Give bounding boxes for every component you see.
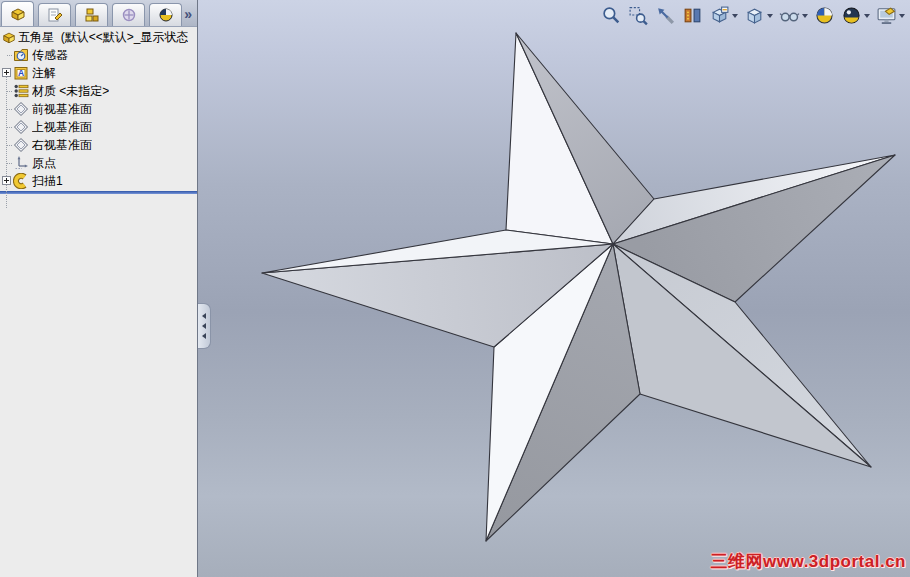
tree-item-origin[interactable]: 原点 xyxy=(0,154,197,172)
tab-dimxpert-manager[interactable] xyxy=(112,3,145,26)
tree-item-top-plane[interactable]: 上视基准面 xyxy=(0,118,197,136)
tree-item-part-root[interactable]: 五角星 (默认<<默认>_显示状态 xyxy=(0,28,197,46)
watermark: 三维网www.3dportal.cn xyxy=(711,550,906,573)
zoom-area-button[interactable] xyxy=(626,3,651,28)
heads-up-view-toolbar xyxy=(599,3,907,28)
zoom-area-icon xyxy=(628,5,649,26)
feature-manager-panel: » 五角星 (默认<<默认>_显示状态 传感器 xyxy=(0,0,198,577)
display-style-button[interactable] xyxy=(742,3,775,28)
feature-manager-icon xyxy=(10,6,26,22)
collapse-arrow-icon xyxy=(202,323,206,329)
display-style-dropdown-caret[interactable] xyxy=(767,14,773,18)
tree-item-material[interactable]: 材质 <未指定> xyxy=(0,82,197,100)
panel-tab-bar: » xyxy=(0,0,197,27)
view-orientation-button[interactable] xyxy=(707,3,740,28)
plane-icon xyxy=(13,137,29,153)
expand-plus-icon[interactable] xyxy=(2,68,11,77)
display-manager-icon xyxy=(158,7,174,23)
expand-plus-icon[interactable] xyxy=(2,176,11,185)
edit-appearance-button[interactable] xyxy=(812,3,837,28)
section-view-button[interactable] xyxy=(680,3,705,28)
dimxpert-manager-icon xyxy=(121,7,137,23)
part-root-label: 五角星 (默认<<默认>_显示状态 xyxy=(18,29,188,46)
plane-icon xyxy=(13,119,29,135)
svg-text:A: A xyxy=(18,68,24,78)
tree-item-annotations[interactable]: A 注解 xyxy=(0,64,197,82)
hide-show-items-dropdown-caret[interactable] xyxy=(802,14,808,18)
property-manager-icon xyxy=(47,7,63,23)
part-icon xyxy=(2,30,16,45)
tab-overflow-chevron[interactable]: » xyxy=(184,6,192,22)
view-orientation-icon xyxy=(709,5,730,26)
tree-item-front-plane[interactable]: 前视基准面 xyxy=(0,100,197,118)
apply-scene-button[interactable] xyxy=(839,3,872,28)
previous-view-button[interactable] xyxy=(653,3,678,28)
tree-item-sweep1[interactable]: 扫描1 xyxy=(0,172,197,190)
configuration-manager-icon xyxy=(84,7,100,23)
tree-item-right-plane[interactable]: 右视基准面 xyxy=(0,136,197,154)
annotations-icon: A xyxy=(13,65,29,81)
view-settings-dropdown-caret[interactable] xyxy=(899,14,905,18)
zoom-fit-button[interactable] xyxy=(599,3,624,28)
tab-configuration-manager[interactable] xyxy=(75,3,108,26)
plane-icon xyxy=(13,101,29,117)
view-settings-button[interactable] xyxy=(874,3,907,28)
sweep-icon xyxy=(13,173,29,189)
tree-item-sensors[interactable]: 传感器 xyxy=(0,46,197,64)
tab-display-manager[interactable] xyxy=(149,3,182,26)
hide-show-items-icon xyxy=(779,5,800,26)
origin-icon xyxy=(13,155,29,171)
tab-feature-manager[interactable] xyxy=(1,1,34,26)
previous-view-icon xyxy=(655,5,676,26)
hide-show-items-button[interactable] xyxy=(777,3,810,28)
panel-collapse-handle[interactable] xyxy=(198,303,211,349)
solidworks-window: { "feature_tree": { "overflow_label": "»… xyxy=(0,0,910,577)
collapse-arrow-icon xyxy=(202,333,206,339)
edit-appearance-icon xyxy=(814,5,835,26)
collapse-arrow-icon xyxy=(202,313,206,319)
sensors-icon xyxy=(13,47,29,63)
feature-tree: 五角星 (默认<<默认>_显示状态 传感器 A 注解 xyxy=(0,28,197,194)
apply-scene-dropdown-caret[interactable] xyxy=(864,14,870,18)
section-view-icon xyxy=(682,5,703,26)
view-orientation-dropdown-caret[interactable] xyxy=(732,14,738,18)
zoom-fit-icon xyxy=(601,5,622,26)
apply-scene-icon xyxy=(841,5,862,26)
view-settings-icon xyxy=(876,5,897,26)
material-icon xyxy=(13,83,29,99)
panel-horizontal-splitter[interactable] xyxy=(0,191,197,194)
tab-property-manager[interactable] xyxy=(38,3,71,26)
display-style-icon xyxy=(744,5,765,26)
